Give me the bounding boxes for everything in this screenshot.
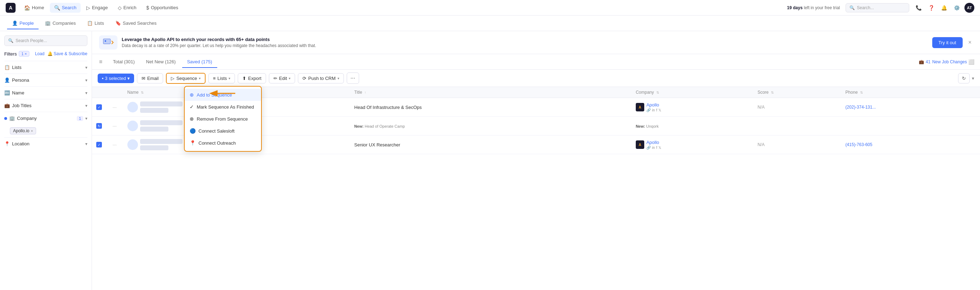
row3-actions[interactable]: ··· xyxy=(106,135,123,154)
tab-saved[interactable]: Saved (175) xyxy=(182,56,217,68)
name-sub-blurred-row2 xyxy=(140,127,169,132)
chevron-company: ▾ xyxy=(85,116,88,121)
connect-salesloft-item[interactable]: 🔵 Connect Salesloft xyxy=(185,125,261,137)
row2-actions[interactable]: ··· xyxy=(106,117,123,135)
nav-enrich[interactable]: ◇ Enrich xyxy=(114,3,141,13)
banner-icon xyxy=(99,35,118,49)
name-blurred-row3 xyxy=(140,139,183,144)
subnav-people[interactable]: 👤 People xyxy=(7,18,38,29)
filter-group-job-titles[interactable]: 💼 Job Titles ▾ xyxy=(4,99,88,112)
tab-net-new[interactable]: Net New (126) xyxy=(141,56,181,68)
company-filter-badge: 1 xyxy=(77,116,83,121)
facebook-icon[interactable]: f xyxy=(656,108,657,112)
company-name-row1[interactable]: Apollo xyxy=(646,102,662,108)
nav-enrich-label: Enrich xyxy=(124,5,137,10)
banner-close-button[interactable]: × xyxy=(967,38,973,47)
settings-icon[interactable]: ⚙️ xyxy=(952,3,962,13)
filters-label: Filters xyxy=(4,51,17,57)
filter-group-lists[interactable]: 📋 Lists ▾ xyxy=(4,61,88,74)
salesloft-icon: 🔵 xyxy=(189,128,196,134)
filter-group-name[interactable]: 🔤 Name ▾ xyxy=(4,86,88,99)
company-name-row3[interactable]: Apollo xyxy=(646,140,662,145)
remove-sequence-item[interactable]: ⊗ Remove From Sequence xyxy=(185,113,261,125)
subnav-saved-searches[interactable]: 🔖 Saved Searches xyxy=(110,18,161,29)
more-button[interactable]: ··· xyxy=(347,73,359,84)
row3-checkbox[interactable]: ✓ xyxy=(92,135,106,154)
filter-group-location[interactable]: 📍 Location ▾ xyxy=(4,137,88,150)
checkbox-checked[interactable]: ✓ xyxy=(96,104,102,110)
tab-total[interactable]: Total (301) xyxy=(108,56,139,68)
link-icon-3[interactable]: 🔗 xyxy=(646,146,651,150)
row-actions-icon-3[interactable]: ··· xyxy=(110,141,119,148)
outreach-icon: 📍 xyxy=(189,140,196,146)
phone-icon[interactable]: 📞 xyxy=(913,3,923,13)
twitter-icon-3[interactable]: 𝕏 xyxy=(659,146,661,150)
push-crm-button[interactable]: ⟳ Push to CRM ▾ xyxy=(298,73,344,84)
search-icon: 🔍 xyxy=(850,5,855,10)
email-icon: ✉ xyxy=(142,76,145,81)
job-changes-button[interactable]: 💼 41 New Job Changes xyxy=(919,59,967,64)
help-icon[interactable]: ❓ xyxy=(926,3,936,13)
row1-checkbox[interactable]: ✓ xyxy=(92,98,106,117)
try-it-out-button[interactable]: Try it out xyxy=(932,37,963,48)
link-icon[interactable]: 🔗 xyxy=(646,108,651,112)
filters-badge[interactable]: 1 × xyxy=(19,51,29,57)
job-titles-filter-icon: 💼 xyxy=(4,103,10,108)
row1-actions[interactable]: ··· xyxy=(106,98,123,117)
lists-chevron: ▾ xyxy=(229,76,230,80)
nav-opportunities[interactable]: $ Opportunities xyxy=(142,3,183,13)
nav-opportunities-label: Opportunities xyxy=(151,5,178,10)
lists-filter-icon: 📋 xyxy=(4,65,10,70)
refresh-button[interactable]: ↻ xyxy=(958,73,970,84)
edit-button[interactable]: ✏ Edit ▾ xyxy=(269,73,295,84)
sequence-button[interactable]: ▷ Sequence ▾ xyxy=(166,73,205,84)
row2-checkbox[interactable]: ↻ xyxy=(92,117,106,135)
back-button[interactable]: ≡ xyxy=(98,57,103,67)
remove-icon: ⊗ xyxy=(189,116,194,122)
filter-group-persona[interactable]: 👤 Persona ▾ xyxy=(4,74,88,86)
sequence-icon: ▷ xyxy=(171,76,174,81)
export-icon[interactable]: ⬜ xyxy=(968,59,974,65)
nav-search[interactable]: 🔍 Search xyxy=(50,3,81,13)
linkedin-icon[interactable]: in xyxy=(652,108,655,112)
row3-phone[interactable]: (415)-763-605 xyxy=(841,135,980,154)
selected-button[interactable]: ▪ 3 selected ▾ xyxy=(98,74,134,83)
checkbox-sync[interactable]: ↻ xyxy=(96,123,102,129)
nav-search-label: Search xyxy=(62,5,76,10)
check-icon: ✓ xyxy=(189,104,194,109)
companies-icon: 🏢 xyxy=(45,21,51,26)
export-button[interactable]: ⬆ Export xyxy=(238,73,266,84)
global-search[interactable]: 🔍 Search... xyxy=(846,3,909,13)
lists-button[interactable]: ≡ Lists ▾ xyxy=(208,73,235,84)
connect-outreach-item[interactable]: 📍 Connect Outreach xyxy=(185,137,261,149)
selected-chevron: ▾ xyxy=(127,76,130,81)
save-subscribe-button[interactable]: 🔔 Save & Subscribe xyxy=(48,51,88,56)
filter-group-company[interactable]: 🏢 Company 1 ▾ xyxy=(4,112,88,125)
checkbox-checked-3[interactable]: ✓ xyxy=(96,142,102,147)
th-title: Title ↑ xyxy=(350,87,621,98)
sub-nav: 👤 People 🏢 Companies 📋 Lists 🔖 Saved Sea… xyxy=(0,16,980,31)
nav-engage[interactable]: ▷ Engage xyxy=(82,3,112,13)
load-button[interactable]: Load xyxy=(35,51,45,56)
row-actions-icon[interactable]: ··· xyxy=(110,104,119,111)
mark-finished-item[interactable]: ✓ Mark Sequence As Finished xyxy=(185,101,261,113)
chevron-job-titles: ▾ xyxy=(85,103,88,108)
twitter-icon[interactable]: 𝕏 xyxy=(659,108,661,112)
search-people-input[interactable]: 🔍 Search People... xyxy=(4,35,88,46)
nav-home[interactable]: 🏠 Home xyxy=(20,3,48,13)
row-actions-icon-2[interactable]: ··· xyxy=(110,122,119,130)
subnav-companies[interactable]: 🏢 Companies xyxy=(40,18,81,29)
row1-phone[interactable]: (202)-374-131... xyxy=(841,98,980,117)
apollo-logo-row3: A xyxy=(636,140,644,149)
remove-company-tag[interactable]: × xyxy=(31,129,33,133)
bell-small-icon: 🔔 xyxy=(48,51,53,56)
linkedin-icon-3[interactable]: in xyxy=(652,146,655,150)
table-area: ≡ Total (301) Net New (126) Saved (175) … xyxy=(92,54,980,290)
bell-icon[interactable]: 🔔 xyxy=(939,3,949,13)
dollar-icon: $ xyxy=(146,5,149,11)
subnav-lists[interactable]: 📋 Lists xyxy=(82,18,109,29)
filters-actions: Load 🔔 Save & Subscribe xyxy=(35,51,88,56)
email-button[interactable]: ✉ Email xyxy=(137,73,164,84)
avatar[interactable]: AT xyxy=(964,3,974,13)
facebook-icon-3[interactable]: f xyxy=(656,146,657,150)
